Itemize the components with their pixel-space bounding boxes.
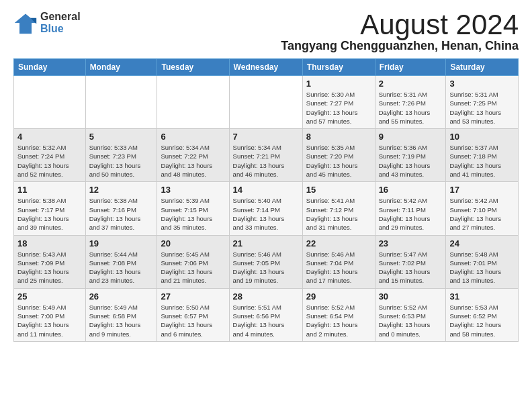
- day-cell: 31Sunrise: 5:53 AM Sunset: 6:52 PM Dayli…: [446, 288, 519, 341]
- location-title: Tangyang Chengguanzhen, Henan, China: [281, 39, 519, 53]
- day-info: Sunrise: 5:42 AM Sunset: 7:11 PM Dayligh…: [379, 196, 443, 232]
- day-info: Sunrise: 5:34 AM Sunset: 7:21 PM Dayligh…: [233, 143, 299, 179]
- day-info: Sunrise: 5:36 AM Sunset: 7:19 PM Dayligh…: [379, 143, 443, 179]
- day-cell: 18Sunrise: 5:43 AM Sunset: 7:09 PM Dayli…: [14, 235, 86, 288]
- day-info: Sunrise: 5:31 AM Sunset: 7:25 PM Dayligh…: [449, 90, 515, 126]
- day-number: 19: [89, 238, 154, 248]
- week-row-3: 11Sunrise: 5:38 AM Sunset: 7:17 PM Dayli…: [14, 182, 519, 235]
- day-cell: 13Sunrise: 5:39 AM Sunset: 7:15 PM Dayli…: [157, 182, 229, 235]
- day-number: 29: [306, 291, 371, 302]
- day-cell: 24Sunrise: 5:48 AM Sunset: 7:01 PM Dayli…: [446, 235, 519, 288]
- weekday-header-row: SundayMondayTuesdayWednesdayThursdayFrid…: [14, 59, 519, 76]
- day-cell: 6Sunrise: 5:34 AM Sunset: 7:22 PM Daylig…: [157, 129, 229, 182]
- day-info: Sunrise: 5:33 AM Sunset: 7:23 PM Dayligh…: [89, 143, 154, 179]
- day-info: Sunrise: 5:49 AM Sunset: 6:58 PM Dayligh…: [89, 303, 154, 338]
- weekday-header-thursday: Thursday: [302, 59, 375, 76]
- day-info: Sunrise: 5:32 AM Sunset: 7:24 PM Dayligh…: [17, 143, 82, 179]
- day-info: Sunrise: 5:50 AM Sunset: 6:57 PM Dayligh…: [161, 303, 225, 338]
- day-number: 26: [89, 291, 154, 302]
- day-info: Sunrise: 5:48 AM Sunset: 7:01 PM Dayligh…: [449, 250, 515, 285]
- day-info: Sunrise: 5:52 AM Sunset: 6:54 PM Dayligh…: [306, 303, 371, 338]
- day-number: 11: [17, 185, 82, 195]
- weekday-header-sunday: Sunday: [14, 59, 86, 76]
- logo-blue-text: Blue: [40, 23, 81, 35]
- day-cell: 16Sunrise: 5:42 AM Sunset: 7:11 PM Dayli…: [375, 182, 446, 235]
- weekday-header-tuesday: Tuesday: [157, 59, 229, 76]
- weekday-header-saturday: Saturday: [446, 59, 519, 76]
- day-cell: 23Sunrise: 5:47 AM Sunset: 7:02 PM Dayli…: [375, 235, 446, 288]
- day-cell: 1Sunrise: 5:30 AM Sunset: 7:27 PM Daylig…: [302, 76, 375, 129]
- day-cell: 28Sunrise: 5:51 AM Sunset: 6:56 PM Dayli…: [229, 288, 302, 341]
- day-cell: [157, 76, 229, 129]
- day-number: 15: [306, 185, 371, 195]
- day-info: Sunrise: 5:40 AM Sunset: 7:14 PM Dayligh…: [233, 196, 299, 232]
- day-cell: [14, 76, 86, 129]
- logo: General Blue: [13, 11, 81, 35]
- day-cell: 15Sunrise: 5:41 AM Sunset: 7:12 PM Dayli…: [302, 182, 375, 235]
- day-info: Sunrise: 5:34 AM Sunset: 7:22 PM Dayligh…: [161, 143, 225, 179]
- day-cell: 22Sunrise: 5:46 AM Sunset: 7:04 PM Dayli…: [302, 235, 375, 288]
- day-cell: [229, 76, 302, 129]
- day-cell: 2Sunrise: 5:31 AM Sunset: 7:26 PM Daylig…: [375, 76, 446, 129]
- day-cell: 30Sunrise: 5:52 AM Sunset: 6:53 PM Dayli…: [375, 288, 446, 341]
- day-info: Sunrise: 5:44 AM Sunset: 7:08 PM Dayligh…: [89, 250, 154, 285]
- day-cell: 19Sunrise: 5:44 AM Sunset: 7:08 PM Dayli…: [85, 235, 157, 288]
- day-cell: 3Sunrise: 5:31 AM Sunset: 7:25 PM Daylig…: [446, 76, 519, 129]
- day-number: 21: [233, 238, 299, 248]
- day-cell: 27Sunrise: 5:50 AM Sunset: 6:57 PM Dayli…: [157, 288, 229, 341]
- day-number: 14: [233, 185, 299, 195]
- day-cell: 9Sunrise: 5:36 AM Sunset: 7:19 PM Daylig…: [375, 129, 446, 182]
- day-number: 27: [161, 291, 225, 302]
- day-info: Sunrise: 5:47 AM Sunset: 7:02 PM Dayligh…: [379, 250, 443, 285]
- day-cell: 26Sunrise: 5:49 AM Sunset: 6:58 PM Dayli…: [85, 288, 157, 341]
- day-cell: 20Sunrise: 5:45 AM Sunset: 7:06 PM Dayli…: [157, 235, 229, 288]
- day-cell: 4Sunrise: 5:32 AM Sunset: 7:24 PM Daylig…: [14, 129, 86, 182]
- day-info: Sunrise: 5:42 AM Sunset: 7:10 PM Dayligh…: [449, 196, 515, 232]
- day-number: 9: [379, 132, 443, 142]
- day-number: 1: [306, 79, 371, 89]
- day-cell: 12Sunrise: 5:38 AM Sunset: 7:16 PM Dayli…: [85, 182, 157, 235]
- day-info: Sunrise: 5:53 AM Sunset: 6:52 PM Dayligh…: [449, 303, 515, 338]
- header: General Blue August 2024 Tangyang Chengg…: [13, 11, 519, 53]
- day-info: Sunrise: 5:51 AM Sunset: 6:56 PM Dayligh…: [233, 303, 299, 338]
- month-title: August 2024: [281, 11, 519, 39]
- day-info: Sunrise: 5:41 AM Sunset: 7:12 PM Dayligh…: [306, 196, 371, 232]
- day-number: 3: [449, 79, 515, 89]
- day-number: 22: [306, 238, 371, 248]
- day-cell: [85, 76, 157, 129]
- day-number: 17: [449, 185, 515, 195]
- calendar-table: SundayMondayTuesdayWednesdayThursdayFrid…: [13, 58, 519, 342]
- day-number: 31: [449, 291, 515, 302]
- day-cell: 8Sunrise: 5:35 AM Sunset: 7:20 PM Daylig…: [302, 129, 375, 182]
- day-number: 23: [379, 238, 443, 248]
- day-info: Sunrise: 5:39 AM Sunset: 7:15 PM Dayligh…: [161, 196, 225, 232]
- day-number: 18: [17, 238, 82, 248]
- day-cell: 14Sunrise: 5:40 AM Sunset: 7:14 PM Dayli…: [229, 182, 302, 235]
- week-row-5: 25Sunrise: 5:49 AM Sunset: 7:00 PM Dayli…: [14, 288, 519, 341]
- day-cell: 7Sunrise: 5:34 AM Sunset: 7:21 PM Daylig…: [229, 129, 302, 182]
- day-number: 12: [89, 185, 154, 195]
- day-info: Sunrise: 5:46 AM Sunset: 7:05 PM Dayligh…: [233, 250, 299, 285]
- day-cell: 25Sunrise: 5:49 AM Sunset: 7:00 PM Dayli…: [14, 288, 86, 341]
- weekday-header-wednesday: Wednesday: [229, 59, 302, 76]
- title-section: August 2024 Tangyang Chengguanzhen, Hena…: [281, 11, 519, 53]
- day-number: 5: [89, 132, 154, 142]
- day-number: 28: [233, 291, 299, 302]
- day-info: Sunrise: 5:37 AM Sunset: 7:18 PM Dayligh…: [449, 143, 515, 179]
- day-info: Sunrise: 5:46 AM Sunset: 7:04 PM Dayligh…: [306, 250, 371, 285]
- weekday-header-friday: Friday: [375, 59, 446, 76]
- day-info: Sunrise: 5:31 AM Sunset: 7:26 PM Dayligh…: [379, 90, 443, 126]
- day-number: 10: [449, 132, 515, 142]
- day-number: 24: [449, 238, 515, 248]
- logo-general-text: General: [40, 11, 81, 23]
- day-number: 16: [379, 185, 443, 195]
- day-number: 13: [161, 185, 225, 195]
- week-row-1: 1Sunrise: 5:30 AM Sunset: 7:27 PM Daylig…: [14, 76, 519, 129]
- day-cell: 10Sunrise: 5:37 AM Sunset: 7:18 PM Dayli…: [446, 129, 519, 182]
- day-info: Sunrise: 5:49 AM Sunset: 7:00 PM Dayligh…: [17, 303, 82, 338]
- day-cell: 5Sunrise: 5:33 AM Sunset: 7:23 PM Daylig…: [85, 129, 157, 182]
- week-row-4: 18Sunrise: 5:43 AM Sunset: 7:09 PM Dayli…: [14, 235, 519, 288]
- day-info: Sunrise: 5:30 AM Sunset: 7:27 PM Dayligh…: [306, 90, 371, 126]
- weekday-header-monday: Monday: [85, 59, 157, 76]
- day-cell: 21Sunrise: 5:46 AM Sunset: 7:05 PM Dayli…: [229, 235, 302, 288]
